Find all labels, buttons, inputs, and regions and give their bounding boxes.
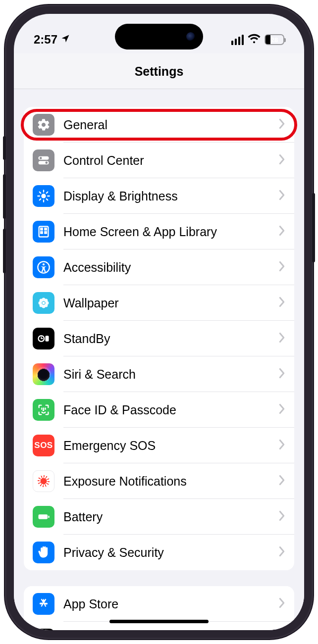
- svg-rect-35: [39, 514, 48, 519]
- svg-rect-15: [45, 228, 47, 230]
- svg-point-28: [44, 303, 48, 307]
- dynamic-island: [115, 24, 203, 50]
- svg-rect-16: [41, 232, 43, 234]
- chevron-right-icon: [278, 261, 285, 274]
- settings-row-label: Emergency SOS: [63, 439, 278, 453]
- svg-point-1: [40, 157, 42, 159]
- svg-line-12: [47, 192, 48, 193]
- settings-row-label: Wallpaper: [63, 296, 278, 310]
- settings-row-label: StandBy: [63, 332, 278, 346]
- svg-point-27: [40, 303, 43, 307]
- svg-rect-36: [48, 516, 49, 518]
- hand-icon: [33, 542, 54, 563]
- status-time: 2:57: [34, 33, 57, 47]
- settings-group-1: GeneralControl CenterDisplay & Brightnes…: [24, 107, 294, 570]
- settings-row-accessibility[interactable]: Accessibility: [24, 249, 294, 285]
- settings-row-display-brightness[interactable]: Display & Brightness: [24, 178, 294, 214]
- sos-icon: SOS: [33, 435, 54, 456]
- cellular-icon: [231, 35, 244, 45]
- svg-point-26: [44, 299, 48, 302]
- wallet-icon: [33, 629, 54, 630]
- siri-icon: [33, 363, 54, 385]
- chevron-right-icon: [278, 597, 285, 610]
- volume-up: [3, 174, 6, 219]
- svg-line-11: [40, 199, 41, 200]
- chevron-right-icon: [278, 332, 285, 345]
- svg-point-3: [46, 161, 48, 164]
- grid-icon: [33, 221, 54, 243]
- wifi-icon: [248, 33, 261, 47]
- accessibility-icon: [33, 256, 54, 278]
- settings-row-face-id[interactable]: Face ID & Passcode: [24, 392, 294, 428]
- svg-point-25: [40, 299, 43, 302]
- battery-icon: 28: [265, 34, 284, 45]
- svg-rect-17: [45, 232, 47, 234]
- chevron-right-icon: [278, 154, 285, 167]
- chevron-right-icon: [278, 439, 285, 452]
- home-indicator[interactable]: [109, 620, 209, 623]
- chevron-right-icon: [278, 297, 285, 309]
- settings-row-emergency-sos[interactable]: SOSEmergency SOS: [24, 428, 294, 463]
- settings-row-label: Exposure Notifications: [63, 474, 278, 489]
- phone-frame: 2:57 28 Settings: [5, 5, 313, 639]
- settings-row-label: Accessibility: [63, 260, 278, 275]
- svg-line-9: [40, 192, 41, 193]
- settings-row-battery[interactable]: Battery: [24, 499, 294, 535]
- battery-percent: 28: [265, 36, 283, 44]
- chevron-right-icon: [278, 510, 285, 523]
- settings-row-label: Display & Brightness: [63, 189, 278, 203]
- side-button: [312, 193, 315, 262]
- settings-row-exposure[interactable]: Exposure Notifications: [24, 463, 294, 499]
- settings-row-app-store[interactable]: App Store: [24, 586, 294, 622]
- settings-row-control-center[interactable]: Control Center: [24, 143, 294, 178]
- settings-row-label: Siri & Search: [63, 367, 278, 382]
- front-camera: [186, 32, 195, 41]
- svg-point-20: [42, 301, 45, 304]
- settings-row-general[interactable]: General: [24, 107, 294, 143]
- screen: 2:57 28 Settings: [14, 14, 304, 630]
- face-id-icon: [33, 399, 54, 421]
- settings-row-label: Battery: [63, 510, 278, 524]
- chevron-right-icon: [278, 368, 285, 381]
- chevron-right-icon: [278, 118, 285, 131]
- settings-row-standby[interactable]: StandBy: [24, 321, 294, 356]
- chevron-right-icon: [278, 546, 285, 559]
- chevron-right-icon: [278, 475, 285, 488]
- settings-row-label: App Store: [63, 597, 278, 611]
- location-icon: [60, 33, 70, 47]
- settings-row-siri-search[interactable]: Siri & Search: [24, 356, 294, 392]
- svg-rect-32: [46, 336, 49, 342]
- standby-icon: [33, 328, 54, 349]
- chevron-right-icon: [278, 190, 285, 202]
- settings-row-label: Face ID & Passcode: [63, 403, 278, 417]
- battery-icon: [33, 506, 54, 528]
- exposure-icon: [33, 470, 54, 492]
- settings-group-2: App StoreWallet & Apple Pay: [24, 586, 294, 630]
- svg-line-10: [47, 199, 48, 200]
- appstore-icon: [33, 593, 54, 615]
- chevron-right-icon: [278, 225, 285, 238]
- chevron-right-icon: [278, 403, 285, 416]
- sun-icon: [33, 185, 54, 207]
- settings-content: GeneralControl CenterDisplay & Brightnes…: [14, 107, 304, 630]
- settings-row-wallpaper[interactable]: Wallpaper: [24, 285, 294, 321]
- gear-icon: [33, 114, 54, 136]
- settings-row-home-screen[interactable]: Home Screen & App Library: [24, 214, 294, 249]
- svg-rect-14: [41, 228, 43, 230]
- page-title: Settings: [14, 53, 304, 89]
- svg-point-4: [41, 194, 46, 198]
- volume-down: [3, 229, 6, 273]
- settings-row-label: Home Screen & App Library: [63, 225, 278, 239]
- toggles-icon: [33, 149, 54, 171]
- settings-row-privacy[interactable]: Privacy & Security: [24, 535, 294, 570]
- settings-row-label: General: [63, 118, 278, 132]
- settings-row-label: Privacy & Security: [63, 545, 278, 560]
- settings-row-label: Control Center: [63, 153, 278, 168]
- svg-point-19: [43, 263, 45, 265]
- mute-switch: [3, 136, 6, 160]
- flower-icon: [33, 292, 54, 314]
